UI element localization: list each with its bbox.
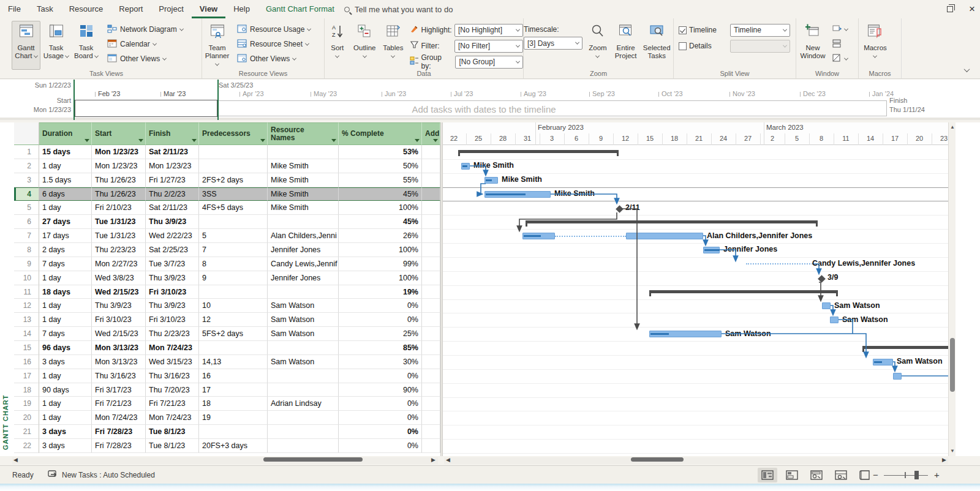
other-views-button[interactable]: Other Views [105, 51, 186, 66]
table-cell[interactable] [268, 215, 339, 229]
task-bar[interactable] [522, 233, 555, 239]
table-cell[interactable]: Wed 2/22/23 [146, 229, 199, 243]
table-cell[interactable]: 1 day [39, 411, 92, 425]
table-cell[interactable]: 15 days [39, 145, 92, 159]
filter-arrow-icon[interactable] [331, 139, 336, 142]
table-cell[interactable]: Wed 2/15/23 [92, 285, 146, 299]
row-number[interactable]: 20 [14, 411, 39, 425]
resource-sheet-button[interactable]: Resource Sheet [235, 37, 313, 51]
scroll-down-arrow[interactable]: ▼ [949, 448, 956, 455]
table-cell[interactable]: 16 [199, 369, 268, 383]
group-by-dropdown[interactable]: [No Group] [455, 56, 523, 69]
table-cell[interactable]: 17 [199, 383, 268, 397]
vertical-scroll-thumb[interactable] [950, 338, 955, 392]
table-cell[interactable]: 7 days [39, 257, 92, 271]
table-cell[interactable] [422, 173, 440, 187]
table-cell[interactable]: 27 days [39, 215, 92, 229]
timeline-view-end-line[interactable] [217, 80, 219, 120]
table-cell[interactable] [422, 243, 440, 257]
arrange-all-button[interactable] [829, 37, 850, 51]
filter-arrow-icon[interactable] [192, 139, 197, 142]
table-cell[interactable]: 9 [199, 271, 268, 285]
column-header-complete[interactable]: % Complete [339, 122, 422, 145]
chart-scroll-right-arrow[interactable]: ▶ [942, 456, 946, 463]
table-cell[interactable]: Candy Lewis,Jennif [268, 257, 339, 271]
table-cell[interactable]: Mon 7/24/23 [92, 411, 146, 425]
column-header-predecessors[interactable]: Predecessors [199, 122, 268, 145]
menu-item-view[interactable]: View [192, 0, 225, 18]
table-cell[interactable]: 7 days [39, 327, 92, 341]
table-cell[interactable]: 0% [339, 299, 422, 313]
table-cell[interactable]: 45% [339, 215, 422, 229]
row-number[interactable]: 3 [14, 173, 39, 187]
table-cell[interactable]: Fri 2/10/23 [92, 201, 146, 215]
table-cell[interactable]: Fri 7/21/23 [146, 397, 199, 411]
task-bar[interactable] [830, 317, 839, 323]
column-header-add[interactable]: Add [422, 122, 440, 145]
table-cell[interactable]: Fri 7/28/23 [92, 425, 146, 439]
table-cell[interactable]: Sam Watson [268, 299, 339, 313]
row-number[interactable]: 14 [14, 327, 39, 341]
table-cell[interactable]: 0% [339, 313, 422, 327]
table-cell[interactable]: Thu 2/23/23 [146, 327, 199, 341]
table-cell[interactable]: Thu 2/2/23 [146, 187, 199, 201]
details-checkbox[interactable] [679, 42, 687, 50]
table-cell[interactable] [268, 439, 339, 453]
table-cell[interactable]: 45% [339, 187, 422, 201]
table-cell[interactable]: 3SS [199, 187, 268, 201]
table-cell[interactable]: Fri 1/27/23 [146, 173, 199, 187]
table-cell[interactable]: 17 days [39, 229, 92, 243]
new-tasks-mode[interactable]: New Tasks : Auto Scheduled [48, 466, 155, 484]
table-cell[interactable]: 3 days [39, 425, 92, 439]
table-cell[interactable]: 19% [339, 285, 422, 299]
table-cell[interactable]: 0% [339, 397, 422, 411]
table-cell[interactable]: 10 [199, 299, 268, 313]
table-cell[interactable]: Fri 7/28/23 [92, 439, 146, 453]
highlight-dropdown[interactable]: [No Highlight] [454, 24, 523, 37]
table-cell[interactable]: 99% [339, 257, 422, 271]
table-cell[interactable] [199, 341, 268, 355]
table-cell[interactable]: 1 day [39, 397, 92, 411]
table-cell[interactable]: Mike Smith [268, 187, 339, 201]
table-cell[interactable]: 1.5 days [39, 173, 92, 187]
table-cell[interactable]: Fri 3/10/23 [92, 313, 146, 327]
row-number[interactable]: 2 [14, 159, 39, 173]
row-number[interactable]: 17 [14, 369, 39, 383]
task-board-button[interactable]: Task Board [72, 21, 100, 70]
chart-scroll-left-arrow[interactable]: ◀ [446, 456, 450, 463]
row-number[interactable]: 9 [14, 257, 39, 271]
table-cell[interactable]: 0% [339, 411, 422, 425]
table-cell[interactable] [199, 425, 268, 439]
row-number[interactable]: 8 [14, 243, 39, 257]
table-cell[interactable]: 4FS+5 days [199, 201, 268, 215]
table-cell[interactable] [199, 215, 268, 229]
table-cell[interactable]: Thu 3/16/23 [146, 369, 199, 383]
zoom-slider[interactable]: − + [873, 466, 952, 484]
row-number[interactable]: 5 [14, 201, 39, 215]
table-cell[interactable]: 20FS+3 days [199, 439, 268, 453]
table-cell[interactable] [422, 313, 440, 327]
zoom-slider-track[interactable] [884, 475, 928, 476]
row-number[interactable]: 6 [14, 215, 39, 229]
table-cell[interactable]: Thu 3/9/23 [146, 271, 199, 285]
zoom-slider-thumb[interactable] [914, 471, 919, 479]
summary-bar[interactable] [862, 346, 948, 349]
menu-item-resource[interactable]: Resource [61, 0, 111, 18]
summary-bar[interactable] [458, 150, 619, 153]
table-cell[interactable]: Mon 1/23/23 [146, 159, 199, 173]
timescale-dropdown[interactable]: [3] Days [524, 37, 582, 50]
table-cell[interactable]: Fri 3/10/23 [146, 313, 199, 327]
task-bar[interactable] [822, 302, 831, 309]
table-cell[interactable]: 100% [339, 201, 422, 215]
table-cell[interactable]: Thu 1/26/23 [92, 187, 146, 201]
timeline-view-start-line[interactable] [74, 80, 75, 120]
chart-hscroll-track[interactable] [444, 457, 948, 464]
table-cell[interactable]: 6 days [39, 187, 92, 201]
table-cell[interactable]: 18 [199, 397, 268, 411]
table-cell[interactable] [422, 425, 440, 439]
table-cell[interactable] [422, 299, 440, 313]
task-bar[interactable] [484, 177, 498, 184]
table-cell[interactable]: 26% [339, 229, 422, 243]
filter-arrow-icon[interactable] [138, 139, 143, 142]
table-cell[interactable] [268, 341, 339, 355]
